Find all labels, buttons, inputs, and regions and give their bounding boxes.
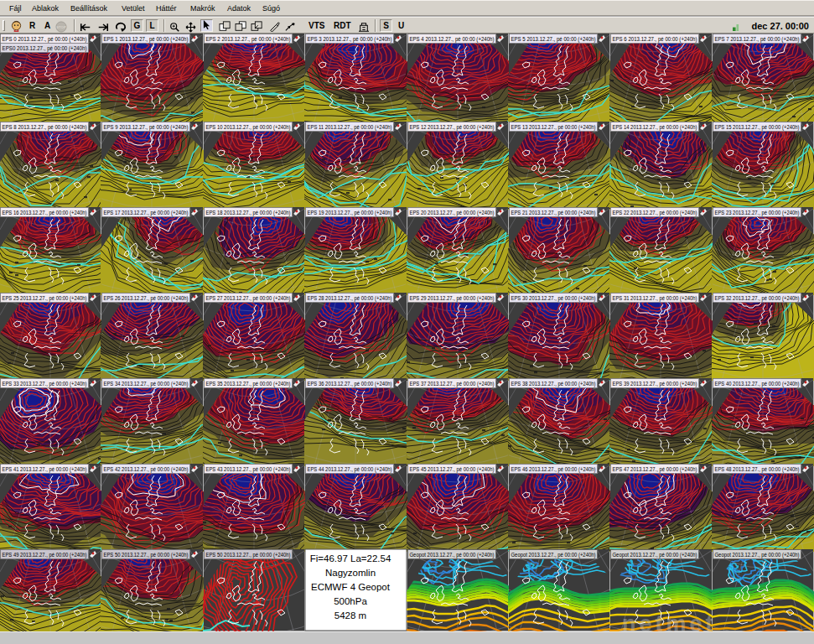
svg-text:EPS 32 2013.12.27., pé 00:00 (: EPS 32 2013.12.27., pé 00:00 (+240h) [715,295,800,302]
svg-text:EPS 43 2013.12.27., pé 00:00 (: EPS 43 2013.12.27., pé 00:00 (+240h) [206,466,291,473]
svg-text:EPS 40 2013.12.27., pé 00:00 (: EPS 40 2013.12.27., pé 00:00 (+240h) [715,381,800,387]
svg-text:Geopot 2013.12.27., pé 00:00 (: Geopot 2013.12.27., pé 00:00 (+240h) [715,552,800,558]
svg-text:EPS 50 2013.12.27., pé 00:00 (: EPS 50 2013.12.27., pé 00:00 (+240h) [104,552,189,558]
svg-text:EPS 47 2013.12.27., pé 00:00 (: EPS 47 2013.12.27., pé 00:00 (+240h) [613,466,697,473]
svg-text:Geopot 2013.12.27., pé 00:00 (: Geopot 2013.12.27., pé 00:00 (+240h) [511,552,596,558]
svg-text:EPS 6 2013.12.27., pé 00:00 (+: EPS 6 2013.12.27., pé 00:00 (+240h) [613,36,697,43]
svg-text:EPS 15 2013.12.27., pé 00:00 (: EPS 15 2013.12.27., pé 00:00 (+240h) [715,124,800,131]
svg-text:5428 m: 5428 m [334,610,366,621]
svg-text:EPS 5 2013.12.27., pé 00:00 (+: EPS 5 2013.12.27., pé 00:00 (+240h) [511,36,596,43]
svg-text:EPS 25 2013.12.27., pé 00:00 (: EPS 25 2013.12.27., pé 00:00 (+240h) [3,295,87,302]
svg-text:EPS 0 2013.12.27., pé 00:00 (+: EPS 0 2013.12.27., pé 00:00 (+240h) [3,36,87,43]
svg-text:EPS 22 2013.12.27., pé 00:00 (: EPS 22 2013.12.27., pé 00:00 (+240h) [613,210,697,216]
svg-text:EPS 14 2013.12.27., pé 00:00 (: EPS 14 2013.12.27., pé 00:00 (+240h) [613,124,697,131]
svg-text:EPS 10 2013.12.27., pé 00:00 (: EPS 10 2013.12.27., pé 00:00 (+240h) [206,124,291,131]
svg-text:EPS 23 2013.12.27., pé 00:00 (: EPS 23 2013.12.27., pé 00:00 (+240h) [715,210,800,216]
svg-text:EPS 29 2013.12.27., pé 00:00 (: EPS 29 2013.12.27., pé 00:00 (+240h) [410,295,495,302]
svg-text:EPS 36 2013.12.27., pé 00:00 (: EPS 36 2013.12.27., pé 00:00 (+240h) [308,381,392,387]
svg-text:EPS 33 2013.12.27., pé 00:00 (: EPS 33 2013.12.27., pé 00:00 (+240h) [3,381,87,387]
svg-text:EPS 9 2013.12.27., pé 00:00 (+: EPS 9 2013.12.27., pé 00:00 (+240h) [104,124,189,131]
svg-text:EPS 11 2013.12.27., pé 00:00 (: EPS 11 2013.12.27., pé 00:00 (+240h) [308,124,392,131]
svg-text:EPS 42 2013.12.27., pé 00:00 (: EPS 42 2013.12.27., pé 00:00 (+240h) [104,466,189,473]
svg-text:EPS 21 2013.12.27., pé 00:00 (: EPS 21 2013.12.27., pé 00:00 (+240h) [511,210,596,216]
svg-text:EPS 12 2013.12.27., pé 00:00 (: EPS 12 2013.12.27., pé 00:00 (+240h) [410,124,495,131]
svg-text:STOP: STOP [56,25,66,29]
svg-text:EPS 26 2013.12.27., pé 00:00 (: EPS 26 2013.12.27., pé 00:00 (+240h) [104,295,189,302]
svg-text:EPS 13 2013.12.27., pé 00:00 (: EPS 13 2013.12.27., pé 00:00 (+240h) [511,124,596,131]
svg-text:EPS 27 2013.12.27., pé 00:00 (: EPS 27 2013.12.27., pé 00:00 (+240h) [206,295,291,302]
svg-text:EPS 44 2013.12.27., pé 00:00 (: EPS 44 2013.12.27., pé 00:00 (+240h) [308,466,392,473]
svg-text:EPS 8 2013.12.27., pé 00:00 (+: EPS 8 2013.12.27., pé 00:00 (+240h) [3,124,87,131]
svg-text:Fi=46.97 La=22.54: Fi=46.97 La=22.54 [310,553,391,564]
svg-text:EPS 46 2013.12.27., pé 00:00 (: EPS 46 2013.12.27., pé 00:00 (+240h) [511,466,596,473]
svg-text:ECMWF 4 Geopot: ECMWF 4 Geopot [311,582,391,592]
svg-text:EPS 20 2013.12.27., pé 00:00 (: EPS 20 2013.12.27., pé 00:00 (+240h) [410,210,495,216]
svg-text:EPS 18 2013.12.27., pé 00:00 (: EPS 18 2013.12.27., pé 00:00 (+240h) [206,210,291,216]
svg-text:EPS 3 2013.12.27., pé 00:00 (+: EPS 3 2013.12.27., pé 00:00 (+240h) [308,36,392,43]
svg-text:EPS 31 2013.12.27., pé 00:00 (: EPS 31 2013.12.27., pé 00:00 (+240h) [613,295,697,302]
svg-text:EPS 19 2013.12.27., pé 00:00 (: EPS 19 2013.12.27., pé 00:00 (+240h) [308,210,392,216]
svg-text:EPS 38 2013.12.27., pé 00:00 (: EPS 38 2013.12.27., pé 00:00 (+240h) [511,381,596,387]
svg-text:EPS 1 2013.12.27., pé 00:00 (+: EPS 1 2013.12.27., pé 00:00 (+240h) [104,36,189,43]
svg-text:EPS 50 2013.12.27., pé 00:00 (: EPS 50 2013.12.27., pé 00:00 (+240h) [206,552,291,558]
svg-text:EPS 39 2013.12.27., pé 00:00 (: EPS 39 2013.12.27., pé 00:00 (+240h) [613,381,697,387]
svg-text:EPS 7 2013.12.27., pé 00:00 (+: EPS 7 2013.12.27., pé 00:00 (+240h) [715,36,800,43]
svg-text:EPS 16 2013.12.27., pé 00:00 (: EPS 16 2013.12.27., pé 00:00 (+240h) [3,210,87,216]
svg-text:EPS 35 2013.12.27., pé 00:00 (: EPS 35 2013.12.27., pé 00:00 (+240h) [206,381,291,387]
svg-text:EPS 30 2013.12.27., pé 00:00 (: EPS 30 2013.12.27., pé 00:00 (+240h) [511,295,596,302]
svg-text:Nagyzomlin: Nagyzomlin [325,568,376,578]
svg-text:Geopot 2013.12.27., pé 00:00 (: Geopot 2013.12.27., pé 00:00 (+240h) [613,552,697,558]
svg-text:EPS 48 2013.12.27., pé 00:00 (: EPS 48 2013.12.27., pé 00:00 (+240h) [715,466,800,473]
svg-text:EPS 41 2013.12.27., pé 00:00 (: EPS 41 2013.12.27., pé 00:00 (+240h) [3,466,87,473]
svg-text:EPS0 2013.12.27., pé 00:00 (+2: EPS0 2013.12.27., pé 00:00 (+240h) [3,45,87,52]
svg-text:Geopot 2013.12.27., pé 00:00 (: Geopot 2013.12.27., pé 00:00 (+240h) [410,552,495,558]
svg-text:EPS 17 2013.12.27., pé 00:00 (: EPS 17 2013.12.27., pé 00:00 (+240h) [104,210,189,216]
svg-text:EPS 28 2013.12.27., pé 00:00 (: EPS 28 2013.12.27., pé 00:00 (+240h) [308,295,392,302]
svg-text:EPS 34 2013.12.27., pé 00:00 (: EPS 34 2013.12.27., pé 00:00 (+240h) [104,381,189,387]
svg-text:EPS 49 2013.12.27., pé 00:00 (: EPS 49 2013.12.27., pé 00:00 (+240h) [3,552,87,558]
svg-text:EPS 45 2013.12.27., pé 00:00 (: EPS 45 2013.12.27., pé 00:00 (+240h) [410,466,495,473]
svg-text:EPS 2 2013.12.27., pé 00:00 (+: EPS 2 2013.12.27., pé 00:00 (+240h) [206,36,291,43]
svg-text:EPS 37 2013.12.27., pé 00:00 (: EPS 37 2013.12.27., pé 00:00 (+240h) [410,381,495,387]
svg-text:EPS 4 2013.12.27., pé 00:00 (+: EPS 4 2013.12.27., pé 00:00 (+240h) [410,36,495,43]
svg-text:500hPa: 500hPa [334,596,367,606]
